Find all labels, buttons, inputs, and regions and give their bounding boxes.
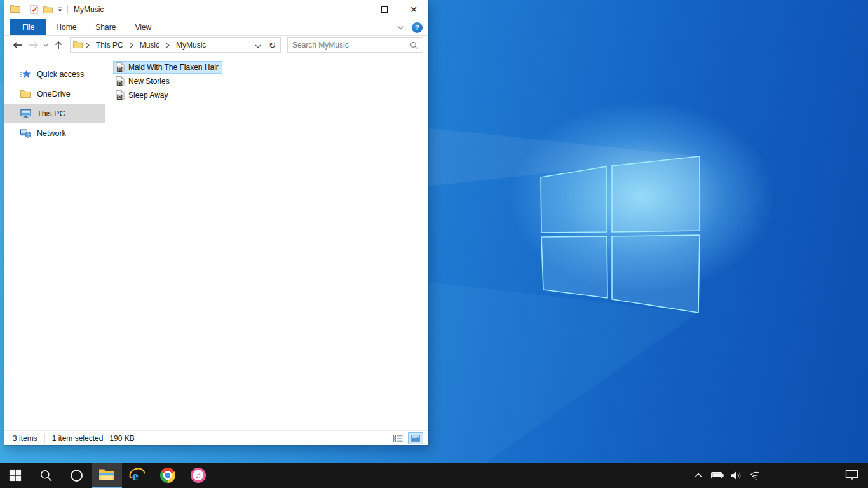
quick-access-star-icon	[20, 69, 31, 79]
view-toggles	[390, 432, 423, 444]
titlebar: MyMusic ✕	[4, 0, 428, 19]
breadcrumb-chevron-icon[interactable]	[165, 43, 171, 48]
search-input[interactable]	[292, 41, 406, 50]
navigation-pane: Quick access OneDrive This PC Network	[4, 55, 105, 430]
thumbnail-view-icon	[411, 435, 420, 442]
address-bar[interactable]: This PC Music MyMusic	[70, 37, 264, 53]
volume-icon	[730, 471, 743, 480]
recent-locations-button[interactable]	[41, 37, 50, 53]
this-pc-monitor-icon	[20, 109, 31, 118]
sidebar-item-quick-access[interactable]: Quick access	[4, 64, 105, 84]
properties-check-icon	[30, 5, 39, 14]
forward-button[interactable]	[26, 37, 41, 53]
back-arrow-icon	[13, 41, 23, 49]
tab-file[interactable]: File	[10, 19, 46, 35]
search-box[interactable]	[287, 37, 423, 53]
window-body: Quick access OneDrive This PC Network	[4, 55, 428, 430]
cortana-icon	[71, 470, 83, 482]
audio-file-icon	[116, 76, 125, 86]
sidebar-item-label: Network	[37, 129, 66, 138]
tray-overflow-button[interactable]	[690, 463, 707, 488]
ribbon-right-controls: ?	[397, 19, 423, 36]
help-button[interactable]: ?	[412, 22, 423, 33]
breadcrumb-music[interactable]: Music	[137, 41, 163, 50]
file-row[interactable]: New Stories	[113, 75, 173, 88]
chrome-button[interactable]	[153, 463, 183, 488]
status-bar: 3 items 1 item selected 190 KB	[4, 430, 428, 445]
close-button[interactable]: ✕	[399, 0, 428, 19]
window-folder-icon	[10, 4, 20, 15]
search-icon	[39, 469, 53, 482]
chrome-icon	[160, 468, 175, 483]
close-icon: ✕	[410, 5, 417, 14]
sidebar-item-label: Quick access	[37, 70, 84, 79]
breadcrumb-chevron-icon[interactable]	[128, 43, 135, 48]
titlebar-separator	[67, 5, 68, 14]
maximize-button[interactable]	[370, 0, 399, 19]
status-separator	[142, 434, 142, 443]
breadcrumb-this-pc[interactable]: This PC	[93, 41, 126, 50]
navigation-bar: This PC Music MyMusic ↻	[4, 36, 428, 55]
tab-view[interactable]: View	[125, 19, 161, 35]
wifi-button[interactable]	[747, 463, 764, 488]
taskbar: e	[0, 463, 868, 488]
address-dropdown-chevron-icon[interactable]	[255, 39, 261, 51]
itunes-icon	[191, 468, 206, 483]
sidebar-item-network[interactable]: Network	[4, 123, 105, 143]
back-button[interactable]	[10, 37, 26, 53]
battery-button[interactable]	[709, 463, 726, 488]
titlebar-separator	[25, 5, 25, 14]
cortana-button[interactable]	[61, 463, 92, 488]
file-row[interactable]: Maid With The Flaxen Hair	[113, 61, 222, 74]
breadcrumb-mymusic[interactable]: MyMusic	[173, 41, 209, 50]
file-name: Maid With The Flaxen Hair	[128, 63, 219, 72]
search-icon[interactable]	[410, 41, 418, 50]
itunes-button[interactable]	[183, 463, 214, 488]
details-view-button[interactable]	[390, 432, 405, 444]
onedrive-folder-icon	[20, 90, 31, 98]
breadcrumb-chevron-icon[interactable]	[85, 43, 91, 48]
taskbar-file-explorer-button[interactable]	[92, 463, 122, 488]
volume-button[interactable]	[728, 463, 745, 488]
audio-file-icon	[116, 62, 125, 72]
sidebar-item-label: OneDrive	[37, 90, 71, 98]
network-icon	[20, 129, 31, 138]
selection-count: 1 item selected	[52, 434, 104, 443]
action-center-button[interactable]	[837, 463, 865, 488]
chevron-down-icon	[57, 7, 63, 12]
details-view-icon	[393, 435, 403, 442]
forward-arrow-icon	[29, 41, 39, 49]
selection-info: 1 item selected 190 KB	[52, 434, 135, 443]
file-name: Sleep Away	[128, 91, 168, 100]
internet-explorer-icon: e	[129, 468, 146, 484]
audio-file-icon	[116, 90, 125, 100]
start-button[interactable]	[0, 463, 31, 488]
sidebar-item-label: This PC	[37, 109, 65, 118]
wifi-icon	[749, 471, 763, 480]
tab-share[interactable]: Share	[86, 19, 125, 35]
file-explorer-window: MyMusic ✕ File Home Share View ?	[4, 0, 428, 445]
refresh-icon: ↻	[269, 41, 276, 50]
system-tray	[690, 463, 868, 488]
tray-chevron-up-icon	[695, 473, 702, 478]
tab-home[interactable]: Home	[46, 19, 86, 35]
file-explorer-icon	[98, 468, 115, 482]
qat-new-folder-button[interactable]	[43, 6, 53, 13]
qat-properties-button[interactable]	[30, 5, 39, 14]
ribbon-tabs: File Home Share View ?	[4, 19, 428, 36]
large-icons-view-button[interactable]	[408, 432, 423, 444]
minimize-icon	[352, 10, 359, 10]
window-controls: ✕	[341, 0, 428, 19]
refresh-button[interactable]: ↻	[264, 37, 281, 53]
taskbar-search-button[interactable]	[31, 463, 61, 488]
up-button[interactable]	[50, 37, 67, 53]
internet-explorer-button[interactable]: e	[122, 463, 153, 488]
minimize-button[interactable]	[341, 0, 370, 19]
sidebar-item-this-pc[interactable]: This PC	[4, 104, 105, 123]
qat-customize-button[interactable]	[57, 7, 63, 12]
chevron-down-icon	[43, 44, 48, 47]
file-row[interactable]: Sleep Away	[113, 89, 172, 102]
expand-ribbon-chevron-icon[interactable]	[397, 25, 404, 30]
sidebar-item-onedrive[interactable]: OneDrive	[4, 84, 105, 104]
file-name: New Stories	[128, 77, 170, 86]
